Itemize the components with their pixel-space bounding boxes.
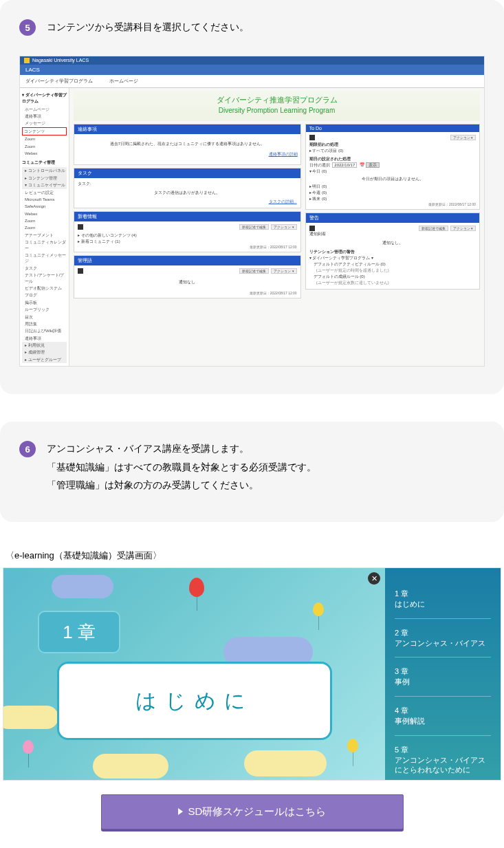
retention-program[interactable]: ▾ ダイバーシティ学習プログラム ▾: [309, 255, 476, 261]
action-dropdown[interactable]: アクション ▾: [450, 226, 476, 231]
cloud-deco: [52, 575, 113, 598]
chapter-nav-item[interactable]: 4 章事例解説: [395, 706, 491, 726]
chapter-nav-item[interactable]: 2 章アンコンシャス・バイアス: [395, 628, 491, 649]
retention-rule[interactable]: デフォルトの成績ルール (0): [314, 274, 476, 280]
todo-today[interactable]: ▾ 今日 (0): [309, 168, 476, 175]
chapter-title-card: はじめに: [57, 662, 332, 740]
sidebar-item[interactable]: Zoom: [22, 143, 67, 150]
sidebar-item[interactable]: タスク: [22, 265, 67, 272]
panel-todo: To Do アクション ▾ 期限切れの処理 ▸ すべての項目 (0) 期日の設定…: [305, 124, 480, 210]
todo-all-items[interactable]: すべての項目 (0): [312, 149, 343, 153]
sidebar-item[interactable]: アチーブメント: [22, 232, 67, 239]
announcements-body: 過去7日間に掲載された、現在またはコミュニティに優する連絡事項はありません。: [110, 142, 265, 146]
todo-timestamp: 最新更新日：2022/08/17 12:00: [309, 202, 476, 206]
cloud-deco: [93, 754, 168, 779]
chapter-nav-item[interactable]: 5 章アンコンシャス・バイアスにとらわれないために: [395, 745, 491, 776]
todo-msg: 今日が期日の項目はありません。: [309, 176, 476, 182]
tasks-more-link[interactable]: タスクの詳細...: [78, 199, 297, 205]
sidebar-item[interactable]: ▸ ユーザとグループ: [22, 356, 67, 363]
sidebar-item[interactable]: Zoom: [22, 224, 67, 231]
lacs-logo: [24, 58, 30, 63]
admin-timestamp: 最新更新日：2022/08/17 12:00: [78, 291, 297, 295]
lacs-navbar: LACS: [20, 65, 484, 75]
sd-schedule-button[interactable]: SD研修スケジュールはこちら: [101, 794, 404, 829]
edit-link[interactable]: 新着記述で編集: [239, 224, 269, 230]
chapter-nav-item[interactable]: 3 章事例: [395, 666, 491, 687]
panel-admin: 管理語 アクション ▾ 新着記述で編集 通知なし 最新更新日：2022/08/1…: [74, 255, 301, 298]
sidebar-item[interactable]: 連絡事項: [22, 335, 67, 342]
edit-link[interactable]: 新着記述で編集: [239, 268, 269, 274]
whatsnew-item[interactable]: その他の新しいコンテンツ (4): [81, 233, 137, 237]
edit-link[interactable]: 新着記述で編集: [419, 226, 448, 231]
sidebar-item[interactable]: Webex: [22, 210, 67, 217]
panel-header: 警告: [306, 213, 479, 223]
todo-future[interactable]: ▸ 将来 (0): [309, 196, 476, 202]
balloon-deco: [313, 602, 324, 616]
sidebar-item[interactable]: ▸ コントロールパネル: [22, 167, 67, 174]
sidebar-item[interactable]: ▸ 利用状況: [22, 342, 67, 349]
sidebar-item[interactable]: ▾ コミュニケイザール: [22, 182, 67, 188]
sidebar-item[interactable]: レビューの設定: [22, 189, 67, 196]
lacs-main: ダイバーシティ推進学習プログラム Diversity Promption Lea…: [69, 88, 484, 367]
sidebar-item[interactable]: コミュニティメッセージ: [22, 252, 67, 265]
close-icon[interactable]: ✕: [368, 572, 380, 585]
panel-header: 新着情報: [74, 212, 300, 221]
sidebar-item-content-highlighted[interactable]: コンテンツ: [22, 127, 67, 135]
sidebar-item[interactable]: Webex: [22, 150, 67, 157]
action-dropdown[interactable]: アクション ▾: [271, 224, 296, 230]
sidebar-item[interactable]: 用語集: [22, 320, 67, 327]
sidebar-item[interactable]: Microsoft Teams: [22, 196, 67, 203]
sidebar-section-program: ▾ ダイバーシティ学習プログラム: [22, 92, 67, 105]
panel-whatsnew: 新着情報 アクション ▾ 新着記述で編集 ▸ その他の新しいコンテンツ (4) …: [74, 211, 301, 252]
elearn-caption: 〈e-learning（基礎知識編）受講画面〉: [6, 550, 501, 562]
panel-header: タスク: [74, 168, 300, 178]
chapter-nav-item[interactable]: 1 章はじめに: [395, 589, 491, 609]
sidebar-item[interactable]: ▸ 成績管理: [22, 349, 67, 356]
program-title-jp: ダイバーシティ推進学習プログラム: [76, 95, 477, 105]
step6-card: 6 アンコンシャス・バイアス講座を受講します。 「基礎知識編」はすべての教職員を…: [0, 422, 504, 522]
chapter-badge: 1 章: [38, 611, 120, 653]
sidebar-item[interactable]: ビデオ配信システム: [22, 285, 67, 292]
sidebar-item[interactable]: 日記およびWiki評価: [22, 327, 67, 334]
sidebar-item[interactable]: 目次: [22, 314, 67, 320]
sidebar-item[interactable]: Zoom: [22, 135, 67, 142]
todo-overdue-header: 期限切れの処理: [309, 142, 476, 148]
avatar-icon: [309, 135, 315, 140]
lacs-tab-program[interactable]: ダイバーシティ学習プログラム: [25, 78, 93, 85]
step5-number-badge: 5: [19, 19, 36, 36]
sidebar-item[interactable]: 掲示板: [22, 299, 67, 306]
go-button[interactable]: 表示: [366, 162, 380, 168]
action-dropdown[interactable]: アクション ▾: [271, 268, 296, 274]
step5-card: 5 コンテンツから受講科目を選択してください。 Nagasaki Univers…: [0, 0, 504, 394]
lacs-sidebar: ▾ ダイバーシティ学習プログラム ホームページ 連絡事項 メッセージ コンテンツ…: [20, 88, 69, 367]
sidebar-section-mgmt: コミュニティ管理: [22, 160, 67, 166]
avatar-icon: [78, 268, 83, 274]
action-dropdown[interactable]: アクション ▾: [450, 135, 476, 140]
retention-rule[interactable]: デフォルトのアクティビティルール (0): [314, 261, 476, 268]
sidebar-item[interactable]: ▸ コンテンツ管理: [22, 175, 67, 182]
balloon-deco: [347, 739, 358, 752]
play-icon: [178, 808, 183, 815]
sidebar-item[interactable]: ブログ: [22, 292, 67, 298]
sidebar-item[interactable]: ホームページ: [22, 106, 67, 113]
todo-week[interactable]: ▸ 今週 (0): [309, 190, 476, 196]
sidebar-item[interactable]: Zoom: [22, 217, 67, 224]
whatsnew-item[interactable]: 新着コミュニティ (1): [81, 239, 120, 243]
calendar-icon[interactable]: 📅: [360, 163, 364, 167]
sidebar-item[interactable]: SafeAssign: [22, 203, 67, 210]
sidebar-item[interactable]: テスト/アンケート/プール: [22, 272, 67, 285]
announcements-more-link[interactable]: 連絡事項の詳細: [77, 151, 298, 157]
date-input[interactable]: 2022/10/17: [332, 162, 357, 168]
lacs-tab-homepage[interactable]: ホームページ: [109, 78, 138, 85]
lacs-screenshot: Nagasaki University LACS LACS ダイバーシティ学習プ…: [19, 56, 485, 367]
balloon-deco: [23, 740, 34, 754]
todo-tomorrow[interactable]: ▸ 明日 (0): [309, 184, 476, 190]
avatar-icon: [309, 226, 315, 231]
sidebar-item[interactable]: コミュニティカレンダー: [22, 239, 67, 252]
admin-body: 通知なし: [78, 279, 297, 285]
sidebar-item[interactable]: メッセージ: [22, 120, 67, 127]
sidebar-item[interactable]: ルーブリック: [22, 306, 67, 313]
panel-alerts: 警告 アクション ▾ 新着記述で編集 通知到着 通知なし。 リテンション管理の警…: [305, 213, 480, 290]
tasks-label: タスク:: [78, 181, 297, 187]
sidebar-item[interactable]: 連絡事項: [22, 113, 67, 120]
